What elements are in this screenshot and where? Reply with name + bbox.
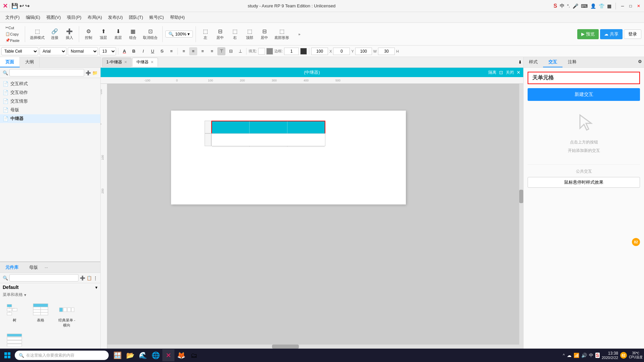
align-middle-button[interactable]: ⊟ 居中 [258,27,271,42]
connect-button[interactable]: 🔗 连接 [48,27,61,42]
style-tab[interactable]: 样式 [524,57,543,67]
more-button[interactable]: » [292,31,306,38]
menu-help[interactable]: 帮助(H) [167,13,187,22]
task-app-7[interactable]: 🗂 [188,349,200,361]
close-canvas-label[interactable]: 关闭 [506,70,514,75]
component-name-box[interactable]: 天单元格 [528,72,640,84]
interaction-tab[interactable]: 交互 [543,57,562,67]
folder-icon[interactable]: 📁 [92,70,98,75]
h-coord-input[interactable] [378,48,395,55]
h-scrollbar-thumb[interactable] [272,345,299,349]
lib-tab[interactable]: 元件库 [0,262,24,273]
menu-team[interactable]: 团队(T) [126,13,146,22]
comp-menu-h[interactable]: 经典菜单 - 横向 [55,302,78,329]
align-center-h-button[interactable]: ⊟ 居中 [213,27,227,42]
tray-arrow[interactable]: ^ [563,353,565,358]
align-top-button[interactable]: ⬚ 顶部 [243,27,256,42]
ungroup-button[interactable]: ⊡ 取消组合 [141,27,160,42]
canvas-tab-1[interactable]: 1-中继器 ✕ [102,58,131,67]
align-left-text-button[interactable]: ≡ [180,47,188,55]
more-comp-icon[interactable]: ⋮ [93,276,98,281]
insert-button[interactable]: ➕ 插入 [63,27,76,42]
font-color-button[interactable]: A [120,47,128,55]
task-app-1[interactable]: 🪟 [111,349,123,361]
close-tab-1[interactable]: ✕ [124,60,127,64]
taskbar-search-bar[interactable]: 🔍 在这里输入你要搜索的内容 [15,351,109,360]
align-center-text-button[interactable]: ≡ [189,47,197,55]
align-top-text-button[interactable]: ⊤ [217,47,225,55]
comp-tree[interactable]: 树 [3,302,26,329]
task-app-2[interactable]: 📂 [124,349,136,361]
maximize-button[interactable]: □ [628,3,633,9]
paste-button[interactable]: 📌 Paste [4,38,21,43]
underline-button[interactable]: U [149,47,157,55]
group-button[interactable]: ▦ 组合 [126,27,140,42]
tree-item-3[interactable]: 📄 母版 [0,106,100,114]
menu-project[interactable]: 项目(P) [64,13,84,22]
master-tab[interactable]: 母版 [24,262,43,273]
menu-view[interactable]: 视图(V) [44,13,63,22]
add-page-icon[interactable]: ➕ [86,70,91,75]
hover-effect-button[interactable]: 鼠标悬停时样式效果 [528,177,640,188]
border-width-input[interactable] [284,48,299,55]
new-interaction-button[interactable]: 新建交互 [528,88,640,101]
bold-button[interactable]: B [130,47,138,55]
selected-table[interactable]: ... ... ... [211,121,325,133]
note-tab[interactable]: 注释 [562,57,582,67]
italic-button[interactable]: I [139,47,147,55]
top-layer-button[interactable]: ⬆ 顶层 [97,27,110,42]
tree-item-2[interactable]: 📄 交互情形 [0,97,100,106]
control-button[interactable]: ⚙ 控制 [82,27,95,42]
align-bottom-button[interactable]: ⬚ 底部形形 [272,27,291,42]
comp-table[interactable]: 表格 [29,302,52,329]
cut-button[interactable]: ✂ Cut [4,25,15,31]
page-tab[interactable]: 页面 [0,57,20,67]
align-left-button[interactable]: ⬚ 左 [199,27,212,42]
align-right-text-button[interactable]: ≡ [199,47,207,55]
bottom-layer-button[interactable]: ⬇ 底层 [111,27,125,42]
align-middle-text-button[interactable]: ⊟ [227,47,235,55]
more-lib-button[interactable]: ··· [45,265,48,270]
copy-button[interactable]: 📋 Copy [4,31,20,37]
list-button[interactable]: ≡ [167,47,175,55]
menu-layout[interactable]: 布局(A) [85,13,105,22]
settings-icon[interactable]: ⚙ [636,57,644,67]
scrollbar-thumb[interactable] [519,190,523,203]
isolate-icon[interactable]: ⊡ [499,70,503,75]
x-coord-input[interactable] [311,48,328,55]
task-app-6[interactable]: 🦊 [175,349,187,361]
close-tab-2[interactable]: ✕ [151,60,154,64]
menu-account[interactable]: 账号(C) [147,13,167,22]
fill-color-box[interactable] [258,48,265,55]
select-mode-button[interactable]: ⬚ 选择模式 [28,27,47,42]
menu-edit[interactable]: 编辑(E) [23,13,43,22]
menu-publish[interactable]: 发布(U) [105,13,125,22]
canvas-tab-2[interactable]: 中继器 ✕ [132,58,158,67]
cell-type-select[interactable]: Table Cell [1,47,38,55]
close-button[interactable]: ✕ [636,3,641,9]
font-family-select[interactable]: Arial [40,47,66,55]
menu-file[interactable]: 文件(F) [3,13,22,22]
tree-item-1[interactable]: 📄 交互动作 [0,88,100,97]
align-justify-text-button[interactable]: ≡ [208,47,216,55]
start-button[interactable] [1,349,13,361]
undo-icon[interactable]: ↩ [19,3,24,9]
task-app-3[interactable]: 🌊 [137,349,149,361]
isolate-label[interactable]: 隔离 [488,70,496,75]
minimize-button[interactable]: ─ [620,3,625,9]
task-app-4[interactable]: 🌐 [150,349,162,361]
y-coord-input[interactable] [333,48,350,55]
fill-color-box2[interactable] [266,48,273,55]
horizontal-scrollbar[interactable] [107,345,519,349]
font-style-select[interactable]: Normal [68,47,98,55]
preview-button[interactable]: ▶ 预览 [577,29,599,39]
copy-comp-icon[interactable]: 📋 [87,276,92,281]
tree-item-4[interactable]: 📄 中继器 [0,114,100,123]
taskbar-notification-badge[interactable]: 82 [620,352,627,359]
tree-item-0[interactable]: 📄 交互样式 [0,79,100,88]
w-coord-input[interactable] [355,48,372,55]
outline-tab[interactable]: 大纲 [20,57,40,67]
comp-search-input[interactable] [9,274,78,282]
login-button[interactable]: 登录 [624,29,641,39]
zoom-control[interactable]: 🔍 100% ▾ [165,31,193,38]
